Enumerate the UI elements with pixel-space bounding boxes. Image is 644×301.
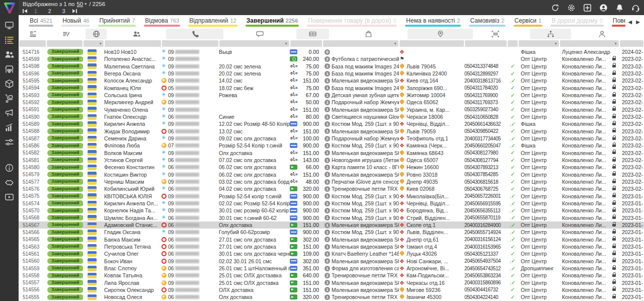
source-column-icon[interactable] <box>530 29 571 39</box>
products-icon[interactable] <box>5 79 14 89</box>
filter-input-ct[interactable] <box>399 40 464 47</box>
add-order-icon[interactable] <box>583 4 592 12</box>
order-row[interactable]: 514557ЗавершенийЛила Ярослав0925.01 смс … <box>19 279 644 286</box>
dashboard-icon[interactable] <box>5 21 14 30</box>
per-page-select[interactable]: 50 <box>76 1 83 7</box>
order-row[interactable]: 514567ЗавершенийАдамовский Станис...06Ол… <box>19 221 644 229</box>
filter-input-nm[interactable] <box>105 40 161 47</box>
app-logo-icon[interactable] <box>3 2 16 15</box>
filter-input-ph[interactable] <box>162 40 218 47</box>
order-row[interactable]: 514580ЗавершенийФесенко Константин0606.0… <box>19 164 644 171</box>
tab-8[interactable]: Нема в наявності2 <box>401 15 465 28</box>
notifications-bell-icon[interactable] <box>615 4 624 12</box>
address-pin-column-icon[interactable] <box>408 29 473 39</box>
comment-column-icon[interactable] <box>224 29 295 39</box>
tab-3[interactable]: Прийнятий7 <box>94 15 140 28</box>
tab-6[interactable]: Завершений2256 <box>242 15 303 28</box>
filter-input-tr[interactable] <box>465 40 507 47</box>
orders-list-icon[interactable] <box>5 35 14 45</box>
order-row[interactable]: 514575ЗавершенийКВІТОВСЬКА ЮЛІЯ09Розмір … <box>19 193 644 200</box>
account-icon[interactable] <box>599 4 608 12</box>
last-page-button[interactable] <box>72 9 77 13</box>
order-row[interactable]: 514576ЗавершенийКобилинський Юрий0604.02… <box>19 185 644 192</box>
tab-11[interactable]: В дорозі додому0 <box>546 15 607 28</box>
product-bag-column-icon[interactable] <box>330 29 407 39</box>
phone-column-icon[interactable] <box>166 29 223 39</box>
globe-column-icon[interactable] <box>86 29 107 39</box>
filter-input-fl[interactable]: ▼ <box>84 40 104 47</box>
order-row[interactable]: 514588ЗавершенийЖидак Володимир0613.02 с… <box>19 128 644 135</box>
tabs-scroll-right-icon[interactable]: ▶ <box>636 19 640 25</box>
tracking-number: 0504307893213 <box>464 165 498 170</box>
order-row[interactable]: 514568ЗавершенийШумляс Богдана Ан...0630… <box>19 214 644 221</box>
order-row[interactable]: 514592ЗавершенийМерклингер Андрей0950.00… <box>19 99 644 106</box>
marketing-icon[interactable] <box>5 108 14 118</box>
info-icon[interactable] <box>5 163 14 173</box>
filter-input-pd[interactable]: ▼ <box>323 40 398 47</box>
cart-icon[interactable] <box>5 94 14 103</box>
partners-icon[interactable] <box>5 178 14 187</box>
order-row[interactable]: 514587ЗавершенийСеменюк Дарина0909.02 см… <box>19 135 644 142</box>
settings-sliders-icon[interactable] <box>5 137 14 147</box>
order-row[interactable]: 514591ЗавершенийЧумаченко Олена09151.001… <box>19 106 644 113</box>
filter-input-sr[interactable]: ▼ <box>519 40 559 47</box>
order-row[interactable]: 514563ЗавершенийПетровська Тетяна0627.01… <box>19 243 644 250</box>
order-row[interactable]: 514589ЗавершенийКирилич Анжела0912.02 см… <box>19 120 644 127</box>
video-tutorials-icon[interactable] <box>5 192 14 202</box>
gear-icon[interactable] <box>567 4 576 12</box>
manager-column-icon[interactable] <box>572 29 632 39</box>
order-row[interactable]: 514599ЗавершенийПотапенко Анастас...0924… <box>19 55 644 62</box>
money-column-icon[interactable] <box>296 29 329 39</box>
tab-1[interactable]: Всі4521 <box>25 15 57 28</box>
clients-icon[interactable] <box>5 50 14 59</box>
order-row[interactable]: 514559ЗавершенийВлас Слотюу0626.01 смс 1… <box>19 265 644 272</box>
order-row[interactable]: 514594ЗавершенийКомпанец Юля0518.02 смс … <box>19 85 644 92</box>
tabs-scroll-left-icon[interactable]: ◀ <box>628 19 632 25</box>
filter-input-st[interactable] <box>47 40 83 47</box>
status-column-icon[interactable] <box>48 29 85 39</box>
tab-10[interactable]: Сервіси1 <box>510 15 547 28</box>
order-row[interactable]: 514716ЗавершенийНов10 Нов1009Выцв0.000Фі… <box>19 48 644 55</box>
stats-icon[interactable] <box>5 123 14 132</box>
order-row[interactable]: 514560ЗавершенийБокоч Иван0902.02 30.01 … <box>19 258 644 265</box>
refresh-icon[interactable] <box>551 4 559 12</box>
order-row[interactable]: 514598ЗавершенийМалютина Светлана0920.02… <box>19 63 644 70</box>
order-row[interactable]: 514556ЗавершенийСиротюк Олександр09ОЛХ д… <box>19 286 644 293</box>
page-number-2[interactable]: 2 <box>48 8 51 14</box>
order-row[interactable]: 514596ЗавершенийВегера Оксана0920.02 смс… <box>19 70 644 77</box>
page-number-1[interactable]: 1 <box>34 8 37 14</box>
warehouse-icon[interactable] <box>5 64 14 74</box>
order-row[interactable]: 514586ЗавершенийФіліпова Люба07Розмір 52… <box>19 142 644 149</box>
order-row[interactable]: 514561ЗавершенийСучилов Олег0630.01 смс … <box>19 250 644 257</box>
order-row[interactable]: 514581ЗавершенийУстинов Сергей0607.02 см… <box>19 157 644 164</box>
first-page-button[interactable] <box>23 9 27 13</box>
barcode-column-icon[interactable] <box>474 29 517 39</box>
page-number-3[interactable]: 3 <box>62 8 65 14</box>
order-row[interactable]: 514579ЗавершенийКостишин Виктор0906.02 с… <box>19 171 644 178</box>
order-row[interactable]: 514558ЗавершенийКовпак Татьяна0925.01 см… <box>19 272 644 279</box>
order-row[interactable]: 514570ЗавершенийКорнелюк Надія Та...0930… <box>19 207 644 214</box>
order-row[interactable]: 514593ЗавершенийСольська Ірина09Рожева67… <box>19 92 644 99</box>
tab-5[interactable]: Відправлений12 <box>184 15 242 28</box>
order-row[interactable]: 514577ЗавершенийЧерниш Максим0903.02 смс… <box>19 178 644 185</box>
order-row[interactable]: 514565ЗавершенийБаюка Максим0627.01 смс … <box>19 236 644 243</box>
tab-2[interactable]: Новый46 <box>57 15 94 28</box>
filter-input-ck[interactable] <box>508 40 518 47</box>
order-row[interactable]: 514590ЗавершенийГнатюк Олексндр06Синие80… <box>19 113 644 120</box>
filter-input-id[interactable] <box>19 40 46 47</box>
tab-4[interactable]: Відмова763 <box>140 15 184 28</box>
tab-9[interactable]: Самовивіз2 <box>465 15 509 28</box>
order-row[interactable]: 514574ЗавершенийКирилич Анжела Ол...0902… <box>19 200 644 207</box>
clients-column-icon[interactable] <box>108 29 165 39</box>
filter-input-pr[interactable] <box>290 40 322 47</box>
filter-input-cm[interactable]: ▼ <box>219 40 289 47</box>
order-row[interactable]: 514595ЗавершенийКолосок Александр0914.02… <box>19 77 644 84</box>
filter-input-mg[interactable]: ▼ <box>560 40 619 47</box>
filter-input-dt[interactable] <box>620 40 643 47</box>
order-row[interactable]: 514566ЗавершенийГладик Оксана09Голубий 6… <box>19 229 644 236</box>
support-headset-icon[interactable] <box>631 4 640 12</box>
order-row[interactable]: 514555ЗавершенийНовосад Олеся06Олх доста… <box>19 293 644 300</box>
order-row[interactable]: 514582ЗавершенийВолков Максим09Олх доста… <box>19 149 644 157</box>
id-column-icon[interactable]: ID <box>19 29 47 39</box>
tab-7[interactable]: Повернення товару (в дорозі)0 <box>303 15 401 28</box>
